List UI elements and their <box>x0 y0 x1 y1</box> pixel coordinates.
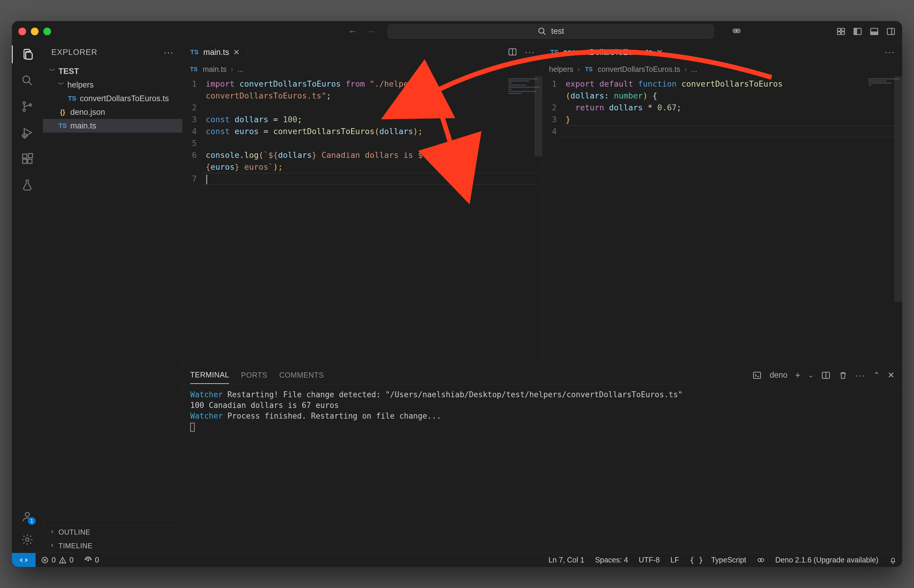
tab-more-icon[interactable]: ··· <box>525 47 535 57</box>
tab-more-icon[interactable]: ··· <box>885 47 895 57</box>
svg-point-40 <box>62 562 63 562</box>
source-control-activity-icon[interactable] <box>20 99 34 114</box>
split-terminal-icon[interactable] <box>821 370 831 380</box>
explorer-header: EXPLORER ··· <box>43 42 182 63</box>
panel-tab-ports[interactable]: PORTS <box>241 371 267 380</box>
cursor-position[interactable]: Ln 7, Col 1 <box>543 556 590 564</box>
timeline-section[interactable]: › TIMELINE <box>43 539 182 553</box>
encoding-status[interactable]: UTF-8 <box>633 556 665 564</box>
extensions-activity-icon[interactable] <box>20 152 34 166</box>
code-editor-right[interactable]: 1 2 3 4 export default function convertD… <box>542 76 902 366</box>
panel-more-icon[interactable]: ··· <box>856 370 865 380</box>
close-tab-icon[interactable]: ✕ <box>233 48 240 57</box>
zoom-window-button[interactable] <box>43 27 51 35</box>
svg-rect-28 <box>29 153 32 158</box>
panel-tabs: TERMINAL PORTS COMMENTS deno + ⌄ ··· ⌃ ✕ <box>183 366 902 384</box>
crumb: ... <box>691 65 697 74</box>
accounts-badge: 1 <box>28 517 36 525</box>
maximize-panel-icon[interactable]: ⌃ <box>874 370 880 380</box>
editor-group-right: TS convertDollarsToEuros.ts ✕ ··· helper… <box>542 42 902 366</box>
split-editor-icon[interactable] <box>508 47 517 57</box>
svg-rect-9 <box>841 32 844 34</box>
chevron-right-icon: › <box>684 65 687 74</box>
typescript-file-icon: TS <box>584 66 594 73</box>
nav-arrows: ← → <box>348 26 376 37</box>
explorer-more-icon[interactable]: ··· <box>164 47 174 57</box>
tab-main-ts[interactable]: TS main.ts ✕ <box>183 42 247 62</box>
svg-line-17 <box>29 82 32 85</box>
svg-point-16 <box>23 76 30 83</box>
toggle-secondary-sidebar-icon[interactable] <box>886 27 896 36</box>
chevron-down-icon[interactable]: ⌄ <box>808 372 814 379</box>
toggle-panel-icon[interactable] <box>869 27 879 36</box>
svg-rect-14 <box>887 28 895 34</box>
file-deno-json[interactable]: {} deno.json <box>43 105 182 119</box>
chevron-right-icon: › <box>49 528 55 535</box>
copilot-icon[interactable] <box>732 26 741 37</box>
customize-layout-icon[interactable] <box>836 27 846 36</box>
code-editor-left[interactable]: 1 2 3 4 5 6 7 import convertDollarsToEur… <box>183 76 542 366</box>
tab-label: main.ts <box>203 48 229 57</box>
svg-rect-26 <box>23 159 27 163</box>
chevron-down-icon: ﹀ <box>49 66 55 75</box>
crumb: main.ts <box>203 65 227 74</box>
nav-forward-icon[interactable]: → <box>366 26 376 37</box>
panel-tab-terminal[interactable]: TERMINAL <box>190 370 229 384</box>
toggle-sidebar-icon[interactable] <box>853 27 862 36</box>
close-panel-icon[interactable]: ✕ <box>888 370 895 380</box>
outline-section[interactable]: › OUTLINE <box>43 525 182 539</box>
breadcrumb-left[interactable]: TS main.ts › ... <box>183 62 542 76</box>
terminal-shell-label[interactable]: deno <box>770 370 787 380</box>
trash-icon[interactable] <box>838 370 848 380</box>
deno-status[interactable]: Deno 2.1.6 (Upgrade available) <box>770 556 884 564</box>
accounts-icon[interactable]: 1 <box>20 509 34 523</box>
terminal-output[interactable]: Watcher Restarting! File change detected… <box>183 384 902 553</box>
problems-status[interactable]: 0 0 <box>36 556 79 564</box>
settings-gear-icon[interactable] <box>20 533 34 547</box>
root-folder-label: TEST <box>58 67 79 76</box>
svg-point-29 <box>25 512 29 517</box>
svg-point-19 <box>23 109 25 111</box>
new-terminal-icon[interactable]: + <box>795 370 800 380</box>
close-tab-icon[interactable]: ✕ <box>657 48 663 57</box>
search-activity-icon[interactable] <box>20 73 34 87</box>
folder-helpers[interactable]: ﹀ helpers <box>43 78 182 92</box>
window-controls <box>18 27 51 35</box>
gutter: 1 2 3 4 5 6 7 <box>183 76 202 366</box>
bell-icon[interactable] <box>884 556 902 564</box>
scrollbar-thumb[interactable] <box>534 76 542 156</box>
breadcrumb-right[interactable]: helpers › TS convertDollarsToEuros.ts › … <box>542 62 902 76</box>
command-center[interactable]: test <box>388 24 714 39</box>
minimize-window-button[interactable] <box>31 27 39 35</box>
svg-rect-7 <box>841 28 844 31</box>
svg-rect-13 <box>871 32 878 34</box>
close-window-button[interactable] <box>18 27 26 35</box>
tab-convertdollars[interactable]: TS convertDollarsToEuros.ts ✕ <box>542 42 670 62</box>
svg-point-4 <box>734 30 735 31</box>
file-label: deno.json <box>70 108 105 117</box>
remote-button[interactable] <box>12 553 36 567</box>
ports-status[interactable]: 0 <box>79 556 104 564</box>
run-debug-activity-icon[interactable] <box>20 126 34 140</box>
file-main-ts[interactable]: TS main.ts <box>43 119 182 132</box>
indent-status[interactable]: Spaces: 4 <box>590 556 633 564</box>
code-lines: export default function convertDollarsTo… <box>562 76 902 366</box>
svg-rect-25 <box>23 154 27 158</box>
svg-point-41 <box>87 559 89 561</box>
language-status[interactable]: { } TypeScript <box>684 556 751 564</box>
eol-status[interactable]: LF <box>665 556 684 564</box>
svg-line-1 <box>544 32 545 35</box>
panel-tab-comments[interactable]: COMMENTS <box>279 371 324 380</box>
testing-activity-icon[interactable] <box>20 178 34 192</box>
file-convertdollars[interactable]: TS convertDollarsToEuros.ts <box>43 92 182 105</box>
explorer-activity-icon[interactable] <box>20 47 34 61</box>
folder-root[interactable]: ﹀ TEST <box>43 65 182 78</box>
nav-back-icon[interactable]: ← <box>348 26 357 37</box>
scrollbar-thumb[interactable] <box>895 76 902 302</box>
copilot-status-icon[interactable] <box>752 556 770 564</box>
tab-bar-left: TS main.ts ✕ ··· <box>183 42 542 62</box>
tab-bar-right: TS convertDollarsToEuros.ts ✕ ··· <box>542 42 902 62</box>
json-file-icon: {} <box>58 108 67 116</box>
search-text: test <box>551 27 564 36</box>
vscode-window: ← → test <box>12 21 902 567</box>
